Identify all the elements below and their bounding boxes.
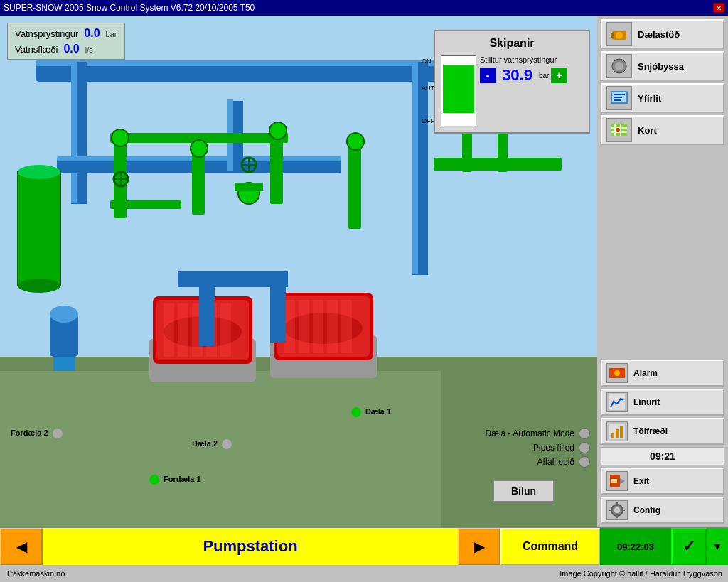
exit-icon [606, 471, 628, 491]
sidebar-btn-snjobyssa[interactable]: Snjóbyssa [601, 51, 724, 81]
titlebar: SUPER-SNOW 2005 Snow Control System V6.7… [0, 0, 728, 16]
stats-icon [606, 421, 628, 441]
status-bar: Trákkemaskin.no Image Copyright © hallit… [0, 564, 728, 582]
sidebar-time: 09:21 [601, 447, 724, 465]
statusbar-left: Trákkemaskin.no [6, 569, 65, 578]
skipanir-title: Skipanir [441, 37, 583, 50]
pumpstation-label: Pumpstation [43, 528, 458, 565]
svg-rect-80 [609, 394, 625, 410]
dropdown-button[interactable]: ▼ [707, 528, 728, 565]
pipes-filled-indicator [579, 442, 590, 453]
config-label: Config [633, 505, 660, 515]
overview-icon [606, 86, 632, 110]
gun-icon [606, 54, 632, 78]
sidebar-btn-kort[interactable]: Kort [601, 115, 724, 145]
command-button[interactable]: Command [500, 528, 600, 565]
sidebar-btn-daelastod[interactable]: Dælastöð [601, 19, 724, 49]
svg-rect-46 [220, 303, 231, 357]
snjobyssa-label: Snjóbyssa [638, 61, 684, 72]
svg-rect-74 [614, 97, 622, 98]
daela1-label: Dæla 1 [351, 407, 391, 417]
checkmark-button[interactable]: ✓ [671, 528, 707, 565]
set-pressure-value: 30.9 [498, 66, 537, 85]
affall-label: Affall opið [537, 457, 574, 467]
svg-rect-32 [284, 300, 295, 353]
svg-rect-90 [616, 502, 618, 506]
fordaela1-label: Fordæla 1 [149, 475, 201, 485]
map-icon [606, 118, 632, 142]
svg-rect-34 [313, 300, 323, 353]
sidebar-btn-tolfraedi[interactable]: Tölfræði [601, 418, 724, 445]
config-icon [606, 500, 628, 520]
bilun-button[interactable]: Bilun [493, 480, 555, 502]
svg-point-79 [614, 370, 620, 376]
svg-rect-68 [611, 33, 614, 38]
forward-button[interactable]: ▶ [458, 528, 500, 565]
chart-icon [606, 392, 628, 412]
bar-aut-label: AUT [422, 85, 434, 92]
svg-point-77 [616, 128, 620, 132]
svg-rect-18 [110, 200, 181, 209]
back-button[interactable]: ◀ [0, 528, 43, 565]
sidebar-btn-yfirlit[interactable]: Yfirlit [601, 83, 724, 113]
statusbar-right: Image Copyright © hallit / Haraldur Tryg… [560, 569, 722, 578]
skipanir-panel: Skipanir ON AUT OFF Stilltur vatnsprýsti… [434, 30, 590, 134]
svg-rect-75 [614, 99, 621, 101]
svg-point-19 [112, 129, 129, 146]
daela2-indicator [222, 439, 232, 449]
svg-rect-87 [611, 479, 617, 483]
info-panel: Vatnsprýstingur 0.0 bar Vatnsflæði 0.0 l… [7, 23, 125, 60]
svg-point-67 [616, 32, 623, 39]
svg-rect-36 [341, 300, 352, 353]
svg-marker-86 [620, 478, 625, 484]
bar-off-label: OFF [422, 117, 434, 124]
alarm-icon [606, 363, 628, 383]
tolfraedi-label: Tölfræði [633, 426, 668, 436]
svg-rect-83 [616, 429, 619, 438]
kort-label: Kort [638, 125, 657, 136]
flow-reading: 0.0 [63, 43, 79, 55]
svg-point-20 [191, 140, 208, 157]
svg-point-70 [615, 62, 623, 70]
linurit-label: Línurit [633, 397, 660, 407]
exit-label: Exit [633, 476, 649, 486]
svg-rect-54 [235, 183, 263, 191]
svg-rect-52 [53, 357, 75, 371]
sidebar-btn-linurit[interactable]: Línurit [601, 389, 724, 416]
svg-rect-2 [0, 371, 441, 527]
sidebar: Dælastöð Snjóbyssa Yfirli [597, 16, 728, 527]
title-text: SUPER-SNOW 2005 Snow Control System V6.7… [4, 3, 255, 13]
sidebar-btn-exit[interactable]: Exit [601, 468, 724, 495]
svg-point-51 [50, 306, 78, 323]
time-display: 09:22:03 [600, 528, 671, 565]
fordaela2-label: Fordæla 2 [11, 429, 65, 438]
sidebar-btn-alarm[interactable]: Alarm [601, 360, 724, 387]
pressure-minus-button[interactable]: - [480, 68, 496, 83]
yfirlit-label: Yfirlit [638, 93, 661, 104]
daela1-indicator [351, 407, 361, 417]
daela2-label: Dæla 2 [192, 439, 234, 449]
auto-mode-indicator [579, 428, 590, 439]
svg-rect-12 [412, 60, 418, 274]
mode-indicator-bar [443, 65, 474, 113]
pipes-filled-label: Pipes filled [533, 443, 574, 453]
svg-rect-82 [611, 433, 614, 438]
sidebar-btn-config[interactable]: Config [601, 497, 724, 524]
svg-rect-43 [178, 303, 188, 357]
fordaela1-indicator [149, 475, 159, 485]
canvas-area: Vatnsprýstingur 0.0 bar Vatnsflæði 0.0 l… [0, 16, 597, 527]
close-button[interactable]: ✕ [713, 3, 724, 13]
main-container: Vatnsprýstingur 0.0 bar Vatnsflæði 0.0 l… [0, 16, 728, 527]
scene-background: Vatnsprýstingur 0.0 bar Vatnsflæði 0.0 l… [0, 16, 597, 527]
alarm-label: Alarm [633, 368, 658, 378]
affall-indicator [579, 456, 590, 468]
pressure-label: Vatnsprýstingur [15, 28, 78, 39]
auto-mode-label: Dæla - Automatic Mode [486, 429, 574, 438]
svg-point-89 [614, 507, 620, 513]
flow-label: Vatnsflæði [15, 44, 58, 55]
pressure-plus-button[interactable]: + [551, 68, 567, 83]
svg-rect-91 [616, 514, 618, 518]
svg-rect-42 [164, 303, 174, 357]
svg-point-21 [269, 122, 287, 139]
bottom-toolbar: ◀ Pumpstation ▶ Command 09:22:03 ✓ ▼ [0, 527, 728, 564]
